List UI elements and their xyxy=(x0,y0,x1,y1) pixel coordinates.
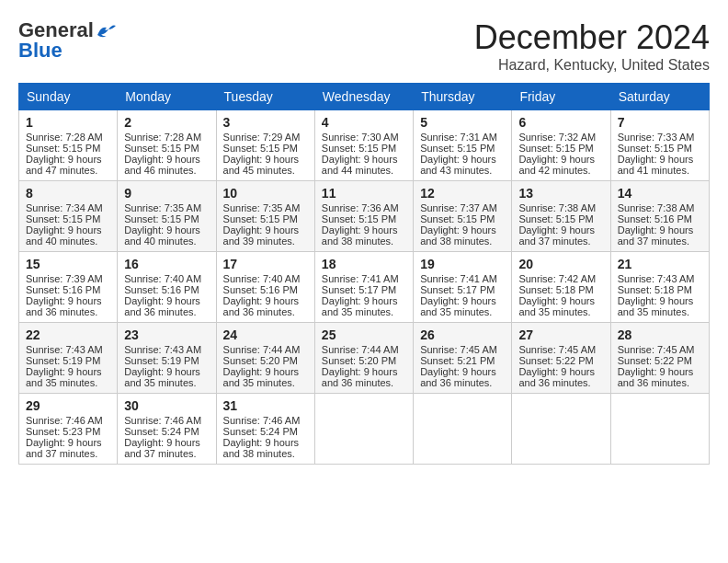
daylight-label: Daylight: 9 hours and 36 minutes. xyxy=(518,366,595,388)
daylight-label: Daylight: 9 hours and 44 minutes. xyxy=(322,154,398,176)
sunrise-label: Sunrise: 7:39 AM xyxy=(26,273,103,284)
sunrise-label: Sunrise: 7:41 AM xyxy=(322,273,399,284)
calendar-header-tuesday: Tuesday xyxy=(216,84,314,110)
table-row: 30 Sunrise: 7:46 AM Sunset: 5:24 PM Dayl… xyxy=(118,394,216,465)
table-row: 17 Sunrise: 7:40 AM Sunset: 5:16 PM Dayl… xyxy=(216,252,314,323)
sunset-label: Sunset: 5:15 PM xyxy=(26,143,100,154)
sunset-label: Sunset: 5:15 PM xyxy=(26,213,100,224)
sunset-label: Sunset: 5:15 PM xyxy=(518,143,593,154)
day-number: 9 xyxy=(124,186,209,201)
sunrise-label: Sunrise: 7:44 AM xyxy=(223,344,301,355)
sunrise-label: Sunrise: 7:40 AM xyxy=(223,273,301,284)
daylight-label: Daylight: 9 hours and 41 minutes. xyxy=(618,154,694,176)
table-row xyxy=(314,394,413,465)
table-row: 9 Sunrise: 7:35 AM Sunset: 5:15 PM Dayli… xyxy=(118,181,216,252)
sunrise-label: Sunrise: 7:31 AM xyxy=(420,132,497,143)
day-number: 18 xyxy=(322,257,406,271)
table-row: 13 Sunrise: 7:38 AM Sunset: 5:15 PM Dayl… xyxy=(512,181,610,252)
sunset-label: Sunset: 5:18 PM xyxy=(518,284,593,295)
calendar-week-4: 22 Sunrise: 7:43 AM Sunset: 5:19 PM Dayl… xyxy=(19,323,710,394)
sunrise-label: Sunrise: 7:43 AM xyxy=(124,344,201,355)
day-number: 16 xyxy=(124,257,209,271)
sunset-label: Sunset: 5:22 PM xyxy=(518,355,593,366)
calendar-header-saturday: Saturday xyxy=(610,84,709,110)
sunset-label: Sunset: 5:24 PM xyxy=(124,426,199,437)
table-row: 20 Sunrise: 7:42 AM Sunset: 5:18 PM Dayl… xyxy=(512,252,610,323)
logo: General Blue xyxy=(18,18,116,63)
sunset-label: Sunset: 5:17 PM xyxy=(322,284,396,295)
sunrise-label: Sunrise: 7:43 AM xyxy=(618,273,695,284)
sunrise-label: Sunrise: 7:46 AM xyxy=(26,415,103,426)
table-row: 24 Sunrise: 7:44 AM Sunset: 5:20 PM Dayl… xyxy=(216,323,314,394)
day-number: 2 xyxy=(124,115,209,130)
daylight-label: Daylight: 9 hours and 36 minutes. xyxy=(124,295,200,317)
daylight-label: Daylight: 9 hours and 38 minutes. xyxy=(420,224,496,247)
day-number: 26 xyxy=(420,327,505,342)
sunset-label: Sunset: 5:18 PM xyxy=(618,284,692,295)
sunrise-label: Sunrise: 7:45 AM xyxy=(618,344,695,355)
daylight-label: Daylight: 9 hours and 47 minutes. xyxy=(26,154,102,176)
sunset-label: Sunset: 5:19 PM xyxy=(26,355,100,366)
sunset-label: Sunset: 5:16 PM xyxy=(124,284,199,295)
calendar-week-3: 15 Sunrise: 7:39 AM Sunset: 5:16 PM Dayl… xyxy=(19,252,710,323)
calendar-header-sunday: Sunday xyxy=(19,84,118,110)
sunset-label: Sunset: 5:15 PM xyxy=(322,213,396,224)
sunset-label: Sunset: 5:24 PM xyxy=(223,426,298,437)
daylight-label: Daylight: 9 hours and 40 minutes. xyxy=(124,224,200,247)
page-header: General Blue December 2024 Hazard, Kentu… xyxy=(18,18,710,74)
table-row: 26 Sunrise: 7:45 AM Sunset: 5:21 PM Dayl… xyxy=(414,323,512,394)
table-row: 14 Sunrise: 7:38 AM Sunset: 5:16 PM Dayl… xyxy=(610,181,709,252)
table-row: 4 Sunrise: 7:30 AM Sunset: 5:15 PM Dayli… xyxy=(314,110,413,181)
sunrise-label: Sunrise: 7:35 AM xyxy=(124,202,201,213)
daylight-label: Daylight: 9 hours and 37 minutes. xyxy=(26,437,102,459)
sunrise-label: Sunrise: 7:40 AM xyxy=(124,273,201,284)
table-row: 5 Sunrise: 7:31 AM Sunset: 5:15 PM Dayli… xyxy=(414,110,512,181)
sunrise-label: Sunrise: 7:38 AM xyxy=(618,202,695,213)
sunset-label: Sunset: 5:15 PM xyxy=(124,143,199,154)
day-number: 4 xyxy=(322,115,406,130)
day-number: 3 xyxy=(223,115,308,130)
sunrise-label: Sunrise: 7:30 AM xyxy=(322,132,399,143)
sunset-label: Sunset: 5:15 PM xyxy=(223,143,298,154)
table-row: 7 Sunrise: 7:33 AM Sunset: 5:15 PM Dayli… xyxy=(610,110,709,181)
daylight-label: Daylight: 9 hours and 35 minutes. xyxy=(322,295,398,317)
day-number: 6 xyxy=(518,115,603,130)
sunset-label: Sunset: 5:15 PM xyxy=(618,143,692,154)
sunrise-label: Sunrise: 7:45 AM xyxy=(420,344,497,355)
day-number: 20 xyxy=(518,257,603,271)
sunrise-label: Sunrise: 7:28 AM xyxy=(124,132,201,143)
calendar-week-2: 8 Sunrise: 7:34 AM Sunset: 5:15 PM Dayli… xyxy=(19,181,710,252)
sunset-label: Sunset: 5:19 PM xyxy=(124,355,199,366)
daylight-label: Daylight: 9 hours and 35 minutes. xyxy=(124,366,200,388)
sunset-label: Sunset: 5:15 PM xyxy=(420,213,495,224)
daylight-label: Daylight: 9 hours and 35 minutes. xyxy=(26,366,102,388)
day-number: 27 xyxy=(518,327,603,342)
daylight-label: Daylight: 9 hours and 36 minutes. xyxy=(420,366,496,388)
sunrise-label: Sunrise: 7:37 AM xyxy=(420,202,497,213)
day-number: 12 xyxy=(420,186,505,201)
table-row: 12 Sunrise: 7:37 AM Sunset: 5:15 PM Dayl… xyxy=(414,181,512,252)
sunset-label: Sunset: 5:22 PM xyxy=(618,355,692,366)
day-number: 7 xyxy=(618,115,702,130)
calendar-header-monday: Monday xyxy=(118,84,216,110)
day-number: 31 xyxy=(223,398,308,413)
sunset-label: Sunset: 5:15 PM xyxy=(420,143,495,154)
day-number: 8 xyxy=(26,186,110,201)
daylight-label: Daylight: 9 hours and 35 minutes. xyxy=(223,366,300,388)
day-number: 25 xyxy=(322,327,406,342)
sunset-label: Sunset: 5:20 PM xyxy=(223,355,298,366)
daylight-label: Daylight: 9 hours and 36 minutes. xyxy=(223,295,300,317)
daylight-label: Daylight: 9 hours and 35 minutes. xyxy=(618,295,694,317)
daylight-label: Daylight: 9 hours and 39 minutes. xyxy=(223,224,300,247)
day-number: 19 xyxy=(420,257,505,271)
daylight-label: Daylight: 9 hours and 38 minutes. xyxy=(322,224,398,247)
sunrise-label: Sunrise: 7:32 AM xyxy=(518,132,596,143)
table-row: 8 Sunrise: 7:34 AM Sunset: 5:15 PM Dayli… xyxy=(19,181,118,252)
daylight-label: Daylight: 9 hours and 38 minutes. xyxy=(223,437,300,459)
daylight-label: Daylight: 9 hours and 40 minutes. xyxy=(26,224,102,247)
sunset-label: Sunset: 5:17 PM xyxy=(420,284,495,295)
sunrise-label: Sunrise: 7:29 AM xyxy=(223,132,301,143)
sunrise-label: Sunrise: 7:46 AM xyxy=(223,415,301,426)
sunset-label: Sunset: 5:16 PM xyxy=(223,284,298,295)
sunset-label: Sunset: 5:23 PM xyxy=(26,426,100,437)
